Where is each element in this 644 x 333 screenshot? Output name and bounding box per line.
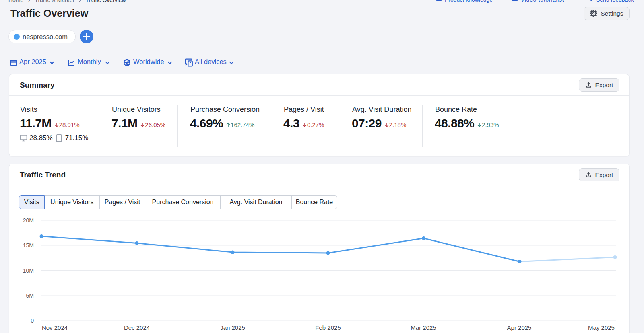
svg-text:0: 0	[31, 317, 34, 324]
svg-text:20M: 20M	[23, 217, 34, 224]
svg-text:5M: 5M	[26, 292, 34, 299]
svg-text:15M: 15M	[23, 242, 34, 249]
svg-text:10M: 10M	[23, 267, 34, 274]
